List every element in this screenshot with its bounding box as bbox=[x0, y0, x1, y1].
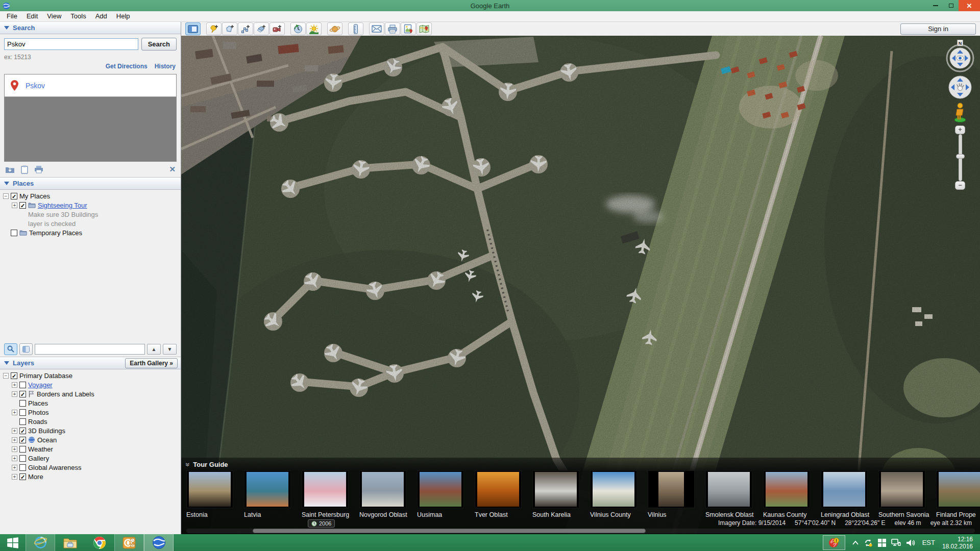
planets-button[interactable] bbox=[327, 22, 342, 35]
expand-icon[interactable]: + bbox=[12, 382, 17, 388]
save-to-places-icon[interactable] bbox=[5, 166, 15, 173]
checkbox[interactable] bbox=[19, 382, 26, 388]
zoom-track[interactable] bbox=[959, 134, 962, 181]
tour-thumbnail[interactable] bbox=[532, 470, 579, 508]
search-panel-header[interactable]: Search bbox=[0, 22, 181, 34]
tour-guide-item[interactable]: Latvia bbox=[244, 470, 291, 518]
ruler-button[interactable] bbox=[348, 22, 363, 35]
tour-guide-item[interactable]: Novgorod Oblast bbox=[359, 470, 406, 518]
expand-icon[interactable]: + bbox=[12, 391, 17, 397]
sign-in-button[interactable]: Sign in bbox=[900, 23, 976, 35]
menu-add[interactable]: Add bbox=[91, 11, 112, 21]
tour-guide-item[interactable]: Southern Savonia bbox=[878, 470, 925, 518]
menu-tools[interactable]: Tools bbox=[66, 11, 90, 21]
taskbar-clock[interactable]: 12:16 18.02.2016 bbox=[942, 536, 975, 550]
move-joystick[interactable] bbox=[945, 74, 975, 100]
tour-thumbnail[interactable] bbox=[186, 470, 233, 508]
tour-thumbnail[interactable] bbox=[302, 470, 349, 508]
checkbox[interactable]: ✓ bbox=[11, 372, 17, 379]
get-directions-link[interactable]: Get Directions bbox=[106, 63, 148, 70]
tour-guide-item[interactable]: Vilnius bbox=[648, 470, 695, 518]
save-image-button[interactable] bbox=[401, 22, 416, 35]
tour-thumbnail[interactable] bbox=[705, 470, 752, 508]
tree-item-primary-database[interactable]: −✓Primary Database bbox=[0, 371, 181, 380]
tree-item-global-awareness[interactable]: +Global Awareness bbox=[0, 463, 181, 472]
tour-thumbnail[interactable] bbox=[821, 470, 868, 508]
menu-file[interactable]: File bbox=[2, 11, 22, 21]
expand-icon[interactable]: + bbox=[12, 410, 17, 415]
tree-item-places[interactable]: Places bbox=[0, 398, 181, 408]
zoom-out-button[interactable]: − bbox=[955, 181, 965, 190]
tree-item-gallery[interactable]: +Gallery bbox=[0, 454, 181, 463]
tree-item-more[interactable]: +✓More bbox=[0, 472, 181, 481]
expand-icon[interactable]: + bbox=[12, 474, 17, 480]
taskbar-internet-explorer-app[interactable] bbox=[26, 534, 55, 551]
checkbox[interactable] bbox=[19, 409, 26, 416]
history-link[interactable]: History bbox=[155, 63, 176, 70]
taskbar-file-explorer-app[interactable] bbox=[55, 534, 85, 551]
menu-edit[interactable]: Edit bbox=[22, 11, 42, 21]
expand-icon[interactable]: + bbox=[12, 465, 17, 470]
tour-guide-item[interactable]: Tver Oblast bbox=[475, 470, 522, 518]
checkbox[interactable]: ✓ bbox=[11, 193, 17, 199]
print-results-icon[interactable] bbox=[34, 165, 43, 173]
view-in-google-maps-button[interactable] bbox=[416, 22, 432, 35]
network-icon[interactable] bbox=[891, 539, 901, 547]
tree-item-weather[interactable]: +Weather bbox=[0, 444, 181, 454]
menu-help[interactable]: Help bbox=[112, 11, 135, 21]
add-image-overlay-button[interactable] bbox=[254, 22, 269, 35]
checkbox[interactable] bbox=[19, 455, 26, 462]
tour-thumbnail[interactable] bbox=[417, 470, 464, 508]
tree-item-my-places[interactable]: −✓My Places bbox=[0, 191, 181, 201]
add-placemark-button[interactable] bbox=[206, 22, 222, 35]
expand-icon[interactable]: + bbox=[12, 437, 17, 443]
print-button[interactable] bbox=[385, 22, 400, 35]
checkbox[interactable] bbox=[19, 464, 26, 471]
tour-guide-item[interactable]: Smolensk Oblast bbox=[705, 470, 752, 518]
taskbar-outlook-app[interactable] bbox=[114, 534, 144, 551]
zoom-slider[interactable]: + − bbox=[955, 126, 965, 190]
tree-item-3d-buildings[interactable]: +✓3D Buildings bbox=[0, 426, 181, 435]
tour-guide-item[interactable]: Leningrad Oblast bbox=[821, 470, 868, 518]
windows-icon[interactable] bbox=[878, 539, 886, 547]
tree-item-photos[interactable]: +Photos bbox=[0, 408, 181, 417]
checkbox[interactable] bbox=[19, 446, 26, 453]
taskbar-google-earth-app[interactable] bbox=[144, 534, 174, 551]
volume-icon[interactable] bbox=[906, 539, 915, 547]
tour-guide-scrollbar-thumb[interactable] bbox=[253, 529, 646, 533]
search-input[interactable] bbox=[4, 38, 138, 50]
tour-guide-item[interactable]: South Karelia bbox=[532, 470, 579, 518]
look-joystick[interactable]: N bbox=[945, 40, 975, 72]
tour-guide-item[interactable]: Vilnius County bbox=[590, 470, 637, 518]
tour-thumbnail[interactable] bbox=[359, 470, 406, 508]
zoom-handle[interactable] bbox=[956, 154, 965, 159]
checkbox[interactable] bbox=[19, 418, 26, 425]
tour-guide-item[interactable]: Saint Petersburg bbox=[302, 470, 349, 518]
historical-imagery-button[interactable] bbox=[290, 22, 306, 35]
tree-item-roads[interactable]: Roads bbox=[0, 417, 181, 426]
collapse-icon[interactable]: − bbox=[3, 193, 9, 199]
historical-imagery-year-badge[interactable]: 2006 bbox=[308, 519, 335, 528]
clear-results-icon[interactable]: ✕ bbox=[169, 165, 176, 174]
menu-view[interactable]: View bbox=[42, 11, 66, 21]
tree-item-ocean[interactable]: +✓Ocean bbox=[0, 435, 181, 444]
tour-thumbnail[interactable] bbox=[244, 470, 291, 508]
layers-panel-header[interactable]: Layers Earth Gallery » bbox=[0, 357, 181, 369]
map-viewport[interactable]: N bbox=[181, 36, 980, 534]
expand-icon[interactable]: + bbox=[12, 428, 17, 434]
tour-guide-collapse-icon[interactable]: » bbox=[183, 462, 193, 466]
pegman[interactable] bbox=[952, 102, 968, 122]
show-hidden-icons-chevron[interactable] bbox=[852, 541, 859, 545]
earth-gallery-button[interactable]: Earth Gallery » bbox=[125, 358, 178, 368]
tour-guide-item[interactable]: Estonia bbox=[186, 470, 233, 518]
tour-thumbnail[interactable] bbox=[648, 470, 695, 508]
tree-item-borders-and-labels[interactable]: +✓Borders and Labels bbox=[0, 389, 181, 398]
tour-thumbnail[interactable] bbox=[763, 470, 810, 508]
collapse-icon[interactable]: − bbox=[3, 373, 9, 379]
sync-icon[interactable] bbox=[864, 538, 873, 547]
checkbox[interactable]: ✓ bbox=[19, 473, 26, 480]
checkbox[interactable] bbox=[11, 230, 17, 236]
sunlight-button[interactable] bbox=[306, 22, 322, 35]
close-button[interactable]: ✕ bbox=[959, 0, 980, 11]
tour-guide-item[interactable]: Uusimaa bbox=[417, 470, 464, 518]
